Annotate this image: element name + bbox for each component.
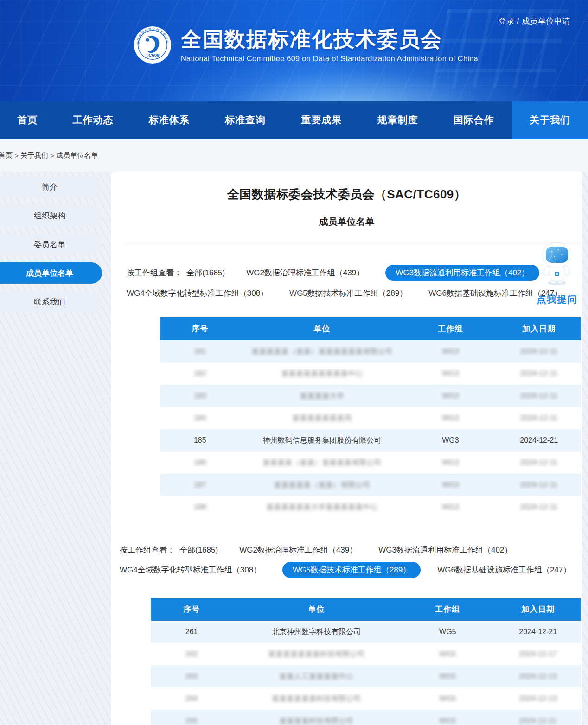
cell-text: 2024-12-11 (520, 347, 558, 355)
sections: 按工作组查看：全部(1685)WG2数据治理标准工作组（439）WG3数据流通利… (111, 265, 582, 725)
table-row: 182某某某某某某某某某中心WG32024-12-11 (160, 362, 581, 385)
cell-text: 某某某某某某大学某某某某某中心 (267, 503, 378, 511)
assistant-widget[interactable]: 点我提问 (534, 242, 580, 306)
cell-unit: 某某某某某某科技有限公司 (232, 694, 400, 704)
cell-text: WG5 (439, 672, 456, 680)
cell-text: WG3 (442, 392, 459, 400)
cell-text: 182 (194, 369, 206, 377)
breadcrumb-item-0[interactable]: 首页 (0, 151, 13, 160)
cell-date: 2024-12-11 (497, 458, 581, 467)
table-row: 261北京神州数字科技有限公司WG52024-12-21 (151, 621, 581, 643)
sidebar-item-0[interactable]: 简介 (0, 176, 102, 197)
nav-item-2[interactable]: 标准体系 (131, 101, 207, 139)
nav-item-7[interactable]: 关于我们 (512, 101, 588, 139)
cell-wg: WG3 (404, 347, 497, 356)
cell-text: 某某某某某某某某某中心 (281, 369, 363, 377)
nav-item-4[interactable]: 重要成果 (283, 101, 359, 139)
cell-text: WG3 (442, 481, 459, 489)
breadcrumb-separator: > (13, 152, 20, 159)
table-row: 264某某某某某某科技有限公司WG52024-12-13 (151, 687, 581, 710)
table-header: 序号单位工作组加入日期 (160, 317, 581, 340)
cell-text: 某某某某大学 (300, 392, 345, 400)
table-row: 188某某某某某某大学某某某某某中心WG32024-12-11 (160, 496, 581, 518)
table-row: 263某某人工某某某某中心WG52024-12-13 (151, 665, 581, 687)
sidebar-item-1[interactable]: 组织架构 (0, 205, 102, 226)
cell-date: 2024-12-11 (497, 369, 581, 378)
cell-seq: 183 (160, 392, 240, 400)
sidebar-item-2[interactable]: 委员名单 (0, 234, 102, 255)
cell-text: 2024-12-13 (519, 672, 557, 680)
sidebar: 简介组织架构委员名单成员单位名单联系我们 (0, 176, 102, 320)
brand: 全国数据标准化技术委员会 TC609 全国数据标准化技术委员会 National… (134, 26, 478, 64)
nav-item-0[interactable]: 首页 (0, 101, 55, 139)
cell-unit: 神州数码信息服务集团股份有限公司 (240, 436, 404, 445)
filter-option[interactable]: WG5数据技术标准工作组（289） (282, 562, 421, 578)
cell-text: 某某人工某某某某中心 (279, 672, 353, 680)
member-table-1: 序号单位工作组加入日期261北京神州数字科技有限公司WG52024-12-212… (151, 598, 581, 725)
page-body: 简介组织架构委员名单成员单位名单联系我们 全国数据标委会技术委员会（SAC/TC… (0, 172, 588, 725)
cell-date: 2024-12-11 (497, 414, 581, 422)
cell-unit: 某某某某某某大学某某某某某中心 (240, 502, 404, 512)
column-header: 加入日期 (495, 604, 581, 615)
cell-text: 某某某某某某科技有限公司 (272, 694, 361, 702)
cell-text: 184 (194, 414, 206, 422)
table-row: 181某某某某某（某某）某某某某某某有限公司WG32024-12-11 (160, 340, 581, 362)
cell-text: 2024-12-13 (519, 694, 557, 702)
cell-text: 2024-12-11 (520, 481, 558, 489)
table-row: 185神州数码信息服务集团股份有限公司WG32024-12-21 (160, 429, 581, 452)
filter-option[interactable]: 全部(1685) (179, 545, 218, 555)
cell-unit: 某某某某某某某科技有限公司 (232, 649, 400, 659)
breadcrumb-item-1[interactable]: 关于我们 (20, 151, 48, 160)
table-row: 262某某某某某某某科技有限公司WG52024-12-17 (151, 643, 581, 665)
cell-text: 2024-12-21 (520, 436, 558, 444)
cell-seq: 188 (160, 503, 240, 511)
robot-mascot-icon[interactable] (538, 242, 576, 286)
filter-option[interactable]: WG4全域数字化转型标准工作组（308） (120, 565, 261, 575)
cell-unit: 某某某某（某某）某某某某有限公司 (240, 458, 404, 468)
cell-unit: 某某某某科技有限公司 (232, 716, 400, 725)
cell-text: 2024-12-11 (520, 458, 558, 466)
filter-option[interactable]: WG2数据治理标准工作组（439） (239, 545, 357, 555)
nav-item-5[interactable]: 规章制度 (359, 101, 435, 139)
cell-wg: WG3 (404, 458, 497, 467)
nav-item-1[interactable]: 工作动态 (55, 101, 131, 139)
filter-row-2: WG4全域数字化转型标准工作组（308）WG5数据技术标准工作组（289）WG6… (120, 562, 582, 578)
filter-option[interactable]: WG5数据技术标准工作组（289） (289, 288, 407, 299)
nav-item-6[interactable]: 国际合作 (436, 101, 512, 139)
filter-option[interactable]: WG6数据基础设施标准工作组（247） (437, 565, 571, 575)
cell-seq: 264 (151, 694, 232, 703)
cell-wg: WG3 (404, 436, 497, 445)
column-header: 单位 (240, 324, 404, 334)
site-subtitle: National Technical Committee 609 on Data… (181, 54, 478, 63)
cell-text: 某某某某某（某某）某某某某某某有限公司 (252, 347, 393, 355)
nav-item-3[interactable]: 标准查询 (207, 101, 283, 139)
table-header: 序号单位工作组加入日期 (151, 598, 581, 621)
login-link[interactable]: 登录 / 成员单位申请 (498, 16, 570, 26)
filter-option[interactable]: WG4全域数字化转型标准工作组（308） (127, 288, 268, 299)
cell-date: 2024-12-21 (495, 717, 581, 725)
table-row: 183某某某某大学WG32024-12-11 (160, 385, 581, 407)
content-card: 全国数据标委会技术委员会（SAC/TC609） 成员单位名单 (111, 172, 582, 725)
sidebar-item-3[interactable]: 成员单位名单 (0, 262, 102, 284)
filter-option[interactable]: WG2数据治理标准工作组（439） (246, 267, 364, 278)
filter-option[interactable]: 全部(1685) (186, 267, 225, 278)
cell-text: 某某某某某（某某）有限公司 (274, 481, 371, 489)
filter-option[interactable]: WG3数据流通利用标准工作组（402） (378, 545, 512, 555)
cell-text: 2024-12-11 (520, 369, 558, 377)
cell-wg: WG3 (404, 392, 497, 400)
cell-date: 2024-12-21 (495, 628, 581, 636)
cell-date: 2024-12-11 (497, 347, 581, 356)
column-header: 工作组 (400, 604, 495, 615)
breadcrumb-item-2[interactable]: 成员单位名单 (56, 151, 98, 160)
cell-date: 2024-12-11 (497, 392, 581, 400)
cell-seq: 262 (151, 650, 232, 658)
cell-unit: 北京神州数字科技有限公司 (232, 627, 400, 637)
filter-option[interactable]: WG3数据流通利用标准工作组（402） (385, 265, 539, 281)
sidebar-item-4[interactable]: 联系我们 (0, 291, 102, 312)
member-section-1: 按工作组查看：全部(1685)WG2数据治理标准工作组（439）WG3数据流通利… (111, 542, 582, 725)
breadcrumb: 首页 > 关于我们 > 成员单位名单 (0, 139, 588, 172)
assistant-label[interactable]: 点我提问 (534, 293, 580, 306)
cell-text: WG5 (439, 717, 456, 725)
member-section-0: 按工作组查看：全部(1685)WG2数据治理标准工作组（439）WG3数据流通利… (111, 265, 582, 518)
cell-wg: WG3 (404, 503, 497, 511)
